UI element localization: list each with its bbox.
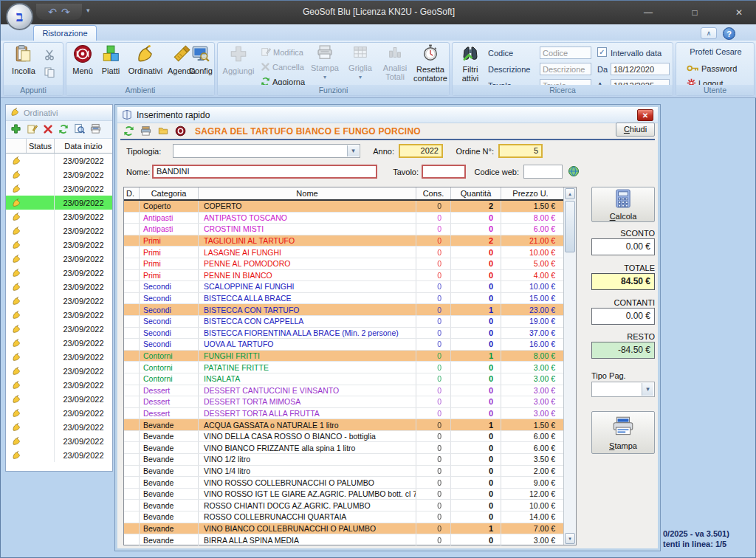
order-table-row[interactable]: Primi PENNE AL POMODORO 0 0 5.00 € (124, 258, 576, 270)
order-table-row[interactable]: Contorni INSALATA 0 0 3.00 € (124, 373, 576, 385)
add-icon[interactable] (10, 123, 21, 136)
stampa-button[interactable]: Stampa (591, 411, 655, 454)
quantita-cell[interactable]: 0 (451, 385, 501, 396)
cancella-button[interactable]: Cancella (261, 61, 304, 74)
menu-button[interactable]: Menù (69, 44, 96, 75)
ordinativo-list-item[interactable]: 23/09/2022 (6, 182, 112, 196)
scroll-up-icon[interactable]: ▴ (565, 188, 575, 199)
nome-field[interactable]: BANDINI (152, 165, 377, 179)
col-nome-header[interactable]: Nome (199, 187, 416, 199)
order-table-row[interactable]: Secondi BISTECCA CON CAPPELLA 0 0 19.00 … (124, 316, 576, 328)
ordinativo-list-item[interactable]: 23/09/2022 (6, 350, 112, 364)
order-table-row[interactable]: Secondi BISTECCA FIORENTINA ALLA BRACE (… (124, 328, 576, 340)
ordinativo-list-item[interactable]: 23/09/2022 (6, 210, 112, 224)
ordinativo-list-item[interactable]: 23/09/2022 (6, 168, 112, 182)
quantita-cell[interactable]: 0 (451, 224, 501, 235)
ordinativo-list-item[interactable]: 23/09/2022 (6, 238, 112, 252)
order-table-row[interactable]: Bevande BIRRA ALLA SPINA MEDIA 0 0 3.00 … (124, 534, 576, 546)
quantita-cell[interactable]: 1 (451, 351, 501, 362)
quantita-cell[interactable]: 2 (451, 235, 501, 247)
table-scrollbar[interactable]: ▴ ▾ (563, 187, 576, 545)
quantita-cell[interactable]: 1 (451, 523, 501, 534)
data-inizio-column-header[interactable]: Data inizio (55, 139, 112, 153)
quantita-cell[interactable]: 0 (451, 293, 501, 304)
quantita-cell[interactable]: 0 (451, 534, 501, 545)
griglia-button[interactable]: Griglia ▾ (345, 44, 376, 80)
quantita-cell[interactable]: 0 (451, 466, 501, 477)
ordinativo-list-item[interactable]: 23/09/2022 (6, 448, 112, 462)
order-table-row[interactable]: Contorni PATATINE FRITTE 0 0 3.00 € (124, 362, 576, 373)
quantita-cell[interactable]: 2 (451, 201, 501, 212)
quantita-cell[interactable]: 0 (451, 258, 501, 269)
col-quantita-header[interactable]: Quantità (451, 187, 501, 199)
quantita-cell[interactable]: 0 (451, 477, 501, 488)
minimize-button[interactable]: — (637, 5, 659, 20)
quantita-cell[interactable]: 0 (451, 339, 501, 350)
ordinativo-list-item[interactable]: 23/09/2022 (6, 392, 112, 406)
ordinativo-list-item[interactable]: 23/09/2022 (6, 154, 112, 168)
config-button[interactable]: Config (186, 44, 216, 75)
contanti-field[interactable]: 0.00 € (591, 308, 655, 325)
quantita-cell[interactable]: 0 (451, 454, 501, 465)
aggiungi-button[interactable]: Aggiungi (221, 44, 256, 75)
analisi-totali-button[interactable]: AnalisiTotali (379, 44, 411, 81)
quantita-cell[interactable]: 1 (451, 419, 501, 430)
order-table-row[interactable]: Bevande VINO BIANCO FRIZZANTE alla spina… (124, 442, 576, 454)
ordinativo-list-item[interactable]: 23/09/2022 (6, 294, 112, 308)
order-table-row[interactable]: Bevande VINO 1/4 litro 0 0 2.00 € (124, 466, 576, 478)
codice-web-field[interactable] (523, 165, 563, 179)
col-categoria-header[interactable]: Categoria (140, 187, 199, 199)
close-button[interactable]: ✕ (728, 5, 750, 20)
tipologia-combo-arrow-icon[interactable]: ▾ (347, 145, 359, 156)
codice-input[interactable] (540, 46, 591, 59)
edit-icon[interactable] (27, 123, 38, 136)
ordinativo-list-item[interactable]: 23/09/2022 (6, 224, 112, 238)
quantita-cell[interactable]: 0 (451, 512, 501, 523)
quantita-cell[interactable]: 1 (451, 304, 501, 315)
quantita-cell[interactable]: 0 (451, 328, 501, 339)
order-table-row[interactable]: Dessert DESSERT TORTA MIMOSA 0 0 3.00 € (124, 396, 576, 408)
globe-icon[interactable] (568, 165, 580, 179)
col-d-header[interactable]: D. (124, 187, 140, 199)
ordinativo-list-item[interactable]: 23/09/2022 (6, 364, 112, 378)
print-icon[interactable] (90, 123, 101, 136)
stampa-ribbon-button[interactable]: Stampa ▾ (308, 44, 342, 80)
quantita-cell[interactable]: 0 (451, 270, 501, 281)
status-column-header[interactable]: Status (27, 139, 55, 153)
quantita-cell[interactable]: 0 (451, 247, 501, 258)
application-orb-button[interactable]: ב (6, 3, 33, 30)
ordinativo-list-item[interactable]: 23/09/2022 (6, 252, 112, 266)
resetta-contatore-button[interactable]: Resettacontatore (411, 44, 450, 83)
quantita-cell[interactable]: 0 (451, 316, 501, 327)
ordinativo-list-item[interactable]: 23/09/2022 (6, 406, 112, 420)
ordinativo-list-item[interactable]: 23/09/2022 (6, 322, 112, 336)
tipologia-combobox[interactable]: ▾ (173, 144, 360, 158)
order-table-row[interactable]: Primi PENNE IN BIANCO 0 0 4.00 € (124, 270, 576, 282)
ribbon-collapse-icon[interactable]: ∧ (701, 27, 717, 39)
dialog-title-bar[interactable]: Inserimento rapido (117, 107, 658, 123)
quantita-cell[interactable]: 0 (451, 489, 501, 500)
order-table-row[interactable]: Bevande VINO 1/2 litro 0 0 3.50 € (124, 454, 576, 466)
quantita-cell[interactable]: 0 (451, 431, 501, 442)
ordinativi-button[interactable]: Ordinativi (126, 44, 165, 75)
ordinativo-list-item[interactable]: 23/09/2022 (6, 434, 112, 448)
piatti-button[interactable]: Piatti (97, 44, 124, 75)
order-table-row[interactable]: Bevande VINO DELLA CASA ROSSO O BIANCO -… (124, 431, 576, 443)
calcola-button[interactable]: Calcola (591, 187, 655, 222)
ordinativo-list-item[interactable]: 23/09/2022 (6, 420, 112, 434)
order-table-row[interactable]: Bevande ACQUA GASSATA o NATURALE 1 litro… (124, 419, 576, 431)
filtri-attivi-button[interactable]: Filtriattivi (456, 44, 485, 83)
descrizione-input[interactable] (540, 63, 591, 75)
copy-icon[interactable] (44, 66, 55, 80)
intervallo-data-checkbox[interactable]: ✓ (597, 47, 607, 57)
ordine-n-field[interactable]: 5 (498, 144, 543, 158)
refresh-icon[interactable] (58, 124, 69, 136)
order-table-row[interactable]: Bevande VINO ROSSO IGT LE GIARE AZ.AGRIC… (124, 489, 576, 500)
tab-ristorazione[interactable]: Ristorazione (33, 25, 97, 41)
order-table-row[interactable]: Coperto COPERTO 0 2 1.50 € (124, 201, 576, 213)
order-table-row[interactable]: Bevande VINO ROSSO COLLEBRUNACCHI O PALU… (124, 477, 576, 489)
tipo-pag-combobox[interactable]: ▾ (591, 382, 655, 397)
quantita-cell[interactable]: 0 (451, 396, 501, 407)
order-table-row[interactable]: Primi LASAGNE AI FUNGHI 0 0 10.00 € (124, 247, 576, 258)
col-prezzo-header[interactable]: Prezzo U. (501, 187, 560, 199)
